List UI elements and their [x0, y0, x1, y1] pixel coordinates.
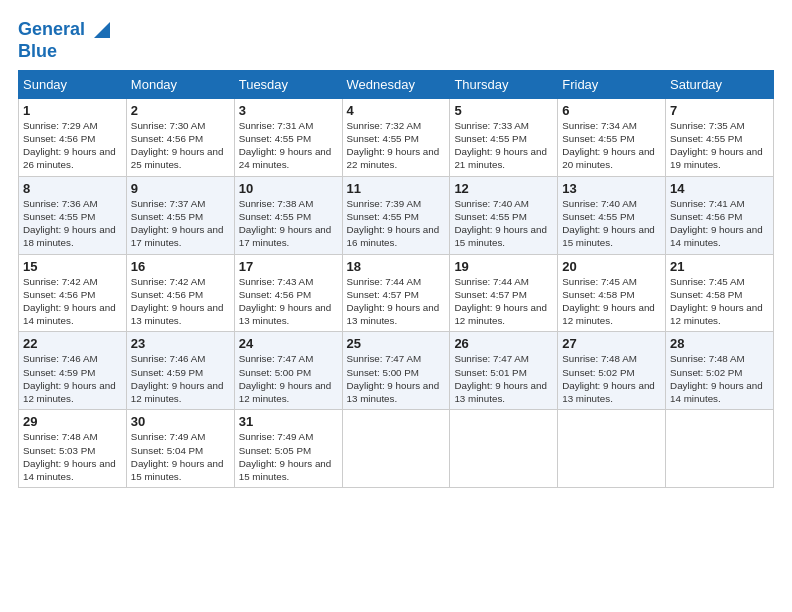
day-cell: 22Sunrise: 7:46 AMSunset: 4:59 PMDayligh… — [19, 332, 127, 410]
day-number: 23 — [131, 336, 230, 351]
day-cell: 6Sunrise: 7:34 AMSunset: 4:55 PMDaylight… — [558, 98, 666, 176]
day-cell: 19Sunrise: 7:44 AMSunset: 4:57 PMDayligh… — [450, 254, 558, 332]
day-info: Sunrise: 7:34 AMSunset: 4:55 PMDaylight:… — [562, 119, 661, 172]
day-number: 1 — [23, 103, 122, 118]
day-number: 24 — [239, 336, 338, 351]
weekday-header-saturday: Saturday — [666, 70, 774, 98]
day-number: 28 — [670, 336, 769, 351]
day-info: Sunrise: 7:36 AMSunset: 4:55 PMDaylight:… — [23, 197, 122, 250]
day-cell: 17Sunrise: 7:43 AMSunset: 4:56 PMDayligh… — [234, 254, 342, 332]
day-info: Sunrise: 7:30 AMSunset: 4:56 PMDaylight:… — [131, 119, 230, 172]
day-number: 30 — [131, 414, 230, 429]
calendar-table: SundayMondayTuesdayWednesdayThursdayFrid… — [18, 70, 774, 488]
day-cell — [342, 410, 450, 488]
day-number: 21 — [670, 259, 769, 274]
day-cell: 1Sunrise: 7:29 AMSunset: 4:56 PMDaylight… — [19, 98, 127, 176]
day-number: 20 — [562, 259, 661, 274]
day-number: 7 — [670, 103, 769, 118]
day-info: Sunrise: 7:33 AMSunset: 4:55 PMDaylight:… — [454, 119, 553, 172]
day-cell: 8Sunrise: 7:36 AMSunset: 4:55 PMDaylight… — [19, 176, 127, 254]
week-row-5: 29Sunrise: 7:48 AMSunset: 5:03 PMDayligh… — [19, 410, 774, 488]
day-info: Sunrise: 7:44 AMSunset: 4:57 PMDaylight:… — [454, 275, 553, 328]
day-number: 17 — [239, 259, 338, 274]
day-number: 11 — [347, 181, 446, 196]
weekday-header-row: SundayMondayTuesdayWednesdayThursdayFrid… — [19, 70, 774, 98]
day-cell — [450, 410, 558, 488]
day-number: 6 — [562, 103, 661, 118]
week-row-4: 22Sunrise: 7:46 AMSunset: 4:59 PMDayligh… — [19, 332, 774, 410]
day-info: Sunrise: 7:48 AMSunset: 5:02 PMDaylight:… — [670, 352, 769, 405]
day-info: Sunrise: 7:48 AMSunset: 5:02 PMDaylight:… — [562, 352, 661, 405]
day-cell: 11Sunrise: 7:39 AMSunset: 4:55 PMDayligh… — [342, 176, 450, 254]
day-cell: 16Sunrise: 7:42 AMSunset: 4:56 PMDayligh… — [126, 254, 234, 332]
day-info: Sunrise: 7:29 AMSunset: 4:56 PMDaylight:… — [23, 119, 122, 172]
day-number: 8 — [23, 181, 122, 196]
weekday-header-monday: Monday — [126, 70, 234, 98]
day-cell: 23Sunrise: 7:46 AMSunset: 4:59 PMDayligh… — [126, 332, 234, 410]
day-info: Sunrise: 7:40 AMSunset: 4:55 PMDaylight:… — [562, 197, 661, 250]
day-info: Sunrise: 7:42 AMSunset: 4:56 PMDaylight:… — [131, 275, 230, 328]
day-info: Sunrise: 7:47 AMSunset: 5:00 PMDaylight:… — [347, 352, 446, 405]
day-number: 29 — [23, 414, 122, 429]
logo-text: General — [18, 20, 85, 40]
day-number: 9 — [131, 181, 230, 196]
day-cell: 20Sunrise: 7:45 AMSunset: 4:58 PMDayligh… — [558, 254, 666, 332]
day-number: 3 — [239, 103, 338, 118]
day-cell: 3Sunrise: 7:31 AMSunset: 4:55 PMDaylight… — [234, 98, 342, 176]
day-info: Sunrise: 7:46 AMSunset: 4:59 PMDaylight:… — [131, 352, 230, 405]
day-cell: 7Sunrise: 7:35 AMSunset: 4:55 PMDaylight… — [666, 98, 774, 176]
day-cell: 2Sunrise: 7:30 AMSunset: 4:56 PMDaylight… — [126, 98, 234, 176]
day-cell — [666, 410, 774, 488]
day-info: Sunrise: 7:47 AMSunset: 5:00 PMDaylight:… — [239, 352, 338, 405]
weekday-header-wednesday: Wednesday — [342, 70, 450, 98]
day-number: 12 — [454, 181, 553, 196]
day-number: 22 — [23, 336, 122, 351]
day-number: 5 — [454, 103, 553, 118]
day-cell: 15Sunrise: 7:42 AMSunset: 4:56 PMDayligh… — [19, 254, 127, 332]
day-cell: 28Sunrise: 7:48 AMSunset: 5:02 PMDayligh… — [666, 332, 774, 410]
day-number: 10 — [239, 181, 338, 196]
day-info: Sunrise: 7:40 AMSunset: 4:55 PMDaylight:… — [454, 197, 553, 250]
day-cell: 27Sunrise: 7:48 AMSunset: 5:02 PMDayligh… — [558, 332, 666, 410]
day-number: 2 — [131, 103, 230, 118]
weekday-header-thursday: Thursday — [450, 70, 558, 98]
day-number: 18 — [347, 259, 446, 274]
weekday-header-friday: Friday — [558, 70, 666, 98]
day-info: Sunrise: 7:35 AMSunset: 4:55 PMDaylight:… — [670, 119, 769, 172]
day-info: Sunrise: 7:32 AMSunset: 4:55 PMDaylight:… — [347, 119, 446, 172]
day-info: Sunrise: 7:37 AMSunset: 4:55 PMDaylight:… — [131, 197, 230, 250]
day-cell: 4Sunrise: 7:32 AMSunset: 4:55 PMDaylight… — [342, 98, 450, 176]
day-cell: 25Sunrise: 7:47 AMSunset: 5:00 PMDayligh… — [342, 332, 450, 410]
day-info: Sunrise: 7:49 AMSunset: 5:04 PMDaylight:… — [131, 430, 230, 483]
day-info: Sunrise: 7:44 AMSunset: 4:57 PMDaylight:… — [347, 275, 446, 328]
logo-blue: Blue — [18, 42, 116, 62]
day-number: 13 — [562, 181, 661, 196]
day-cell: 30Sunrise: 7:49 AMSunset: 5:04 PMDayligh… — [126, 410, 234, 488]
day-number: 27 — [562, 336, 661, 351]
day-info: Sunrise: 7:47 AMSunset: 5:01 PMDaylight:… — [454, 352, 553, 405]
day-cell: 18Sunrise: 7:44 AMSunset: 4:57 PMDayligh… — [342, 254, 450, 332]
day-info: Sunrise: 7:38 AMSunset: 4:55 PMDaylight:… — [239, 197, 338, 250]
day-info: Sunrise: 7:43 AMSunset: 4:56 PMDaylight:… — [239, 275, 338, 328]
day-cell: 10Sunrise: 7:38 AMSunset: 4:55 PMDayligh… — [234, 176, 342, 254]
day-cell: 12Sunrise: 7:40 AMSunset: 4:55 PMDayligh… — [450, 176, 558, 254]
day-number: 26 — [454, 336, 553, 351]
day-number: 25 — [347, 336, 446, 351]
week-row-2: 8Sunrise: 7:36 AMSunset: 4:55 PMDaylight… — [19, 176, 774, 254]
day-cell: 26Sunrise: 7:47 AMSunset: 5:01 PMDayligh… — [450, 332, 558, 410]
day-number: 15 — [23, 259, 122, 274]
day-number: 4 — [347, 103, 446, 118]
header: General Blue — [18, 16, 774, 62]
day-info: Sunrise: 7:45 AMSunset: 4:58 PMDaylight:… — [670, 275, 769, 328]
day-number: 16 — [131, 259, 230, 274]
day-cell — [558, 410, 666, 488]
logo-icon — [88, 16, 116, 44]
day-info: Sunrise: 7:48 AMSunset: 5:03 PMDaylight:… — [23, 430, 122, 483]
day-info: Sunrise: 7:42 AMSunset: 4:56 PMDaylight:… — [23, 275, 122, 328]
weekday-header-tuesday: Tuesday — [234, 70, 342, 98]
day-cell: 29Sunrise: 7:48 AMSunset: 5:03 PMDayligh… — [19, 410, 127, 488]
day-cell: 14Sunrise: 7:41 AMSunset: 4:56 PMDayligh… — [666, 176, 774, 254]
day-cell: 13Sunrise: 7:40 AMSunset: 4:55 PMDayligh… — [558, 176, 666, 254]
day-info: Sunrise: 7:41 AMSunset: 4:56 PMDaylight:… — [670, 197, 769, 250]
day-cell: 24Sunrise: 7:47 AMSunset: 5:00 PMDayligh… — [234, 332, 342, 410]
